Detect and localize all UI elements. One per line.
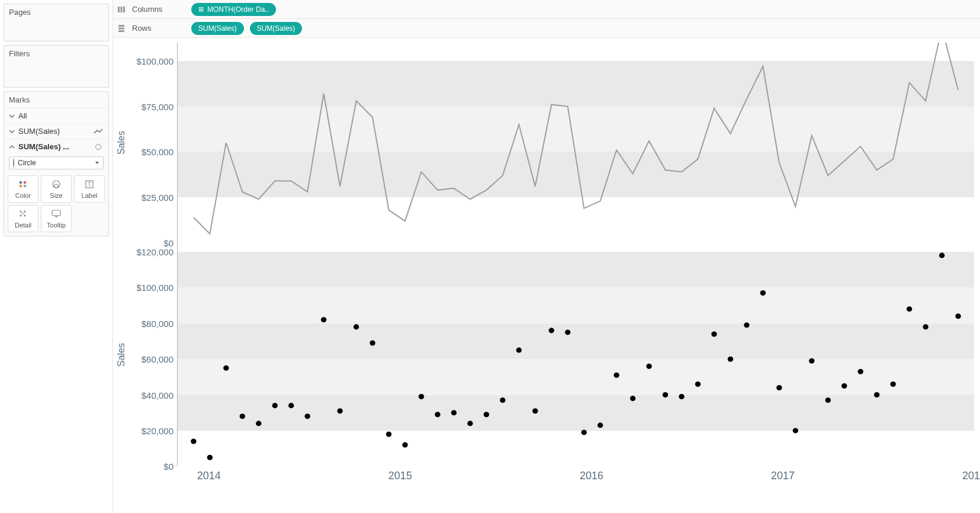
svg-point-29: [354, 324, 359, 329]
y-tick-label: $120,000: [136, 247, 173, 257]
svg-point-60: [858, 369, 863, 374]
dropdown-arrow-icon: [95, 159, 99, 167]
left-sidebar: Pages Filters Marks All SUM(Sales): [0, 0, 113, 513]
svg-point-66: [955, 313, 960, 319]
svg-rect-14: [121, 7, 123, 12]
svg-rect-16: [118, 25, 124, 27]
mark-type-label: Circle: [18, 159, 36, 167]
marks-buttons: Color Size T Label: [4, 172, 108, 236]
pill-text: SUM(Sales): [257, 24, 295, 33]
svg-point-61: [874, 392, 879, 397]
columns-label: Columns: [132, 5, 185, 14]
svg-text:T: T: [88, 181, 91, 188]
columns-pill-month[interactable]: ⊞ MONTH(Order Da..: [191, 3, 276, 16]
rows-icon: [117, 24, 126, 33]
rows-pill-2[interactable]: SUM(Sales): [250, 22, 303, 35]
marks-layer-label: SUM(Sales) ...: [18, 142, 89, 151]
svg-point-50: [695, 381, 701, 387]
pill-text: MONTH(Order Da..: [207, 5, 269, 14]
svg-point-34: [435, 412, 440, 417]
svg-point-32: [402, 442, 407, 447]
svg-point-37: [484, 412, 489, 417]
svg-point-2: [20, 185, 23, 188]
chart-scatter: Sales $0$20,000$40,000$60,000$80,000$100…: [113, 243, 974, 466]
rows-pill-1[interactable]: SUM(Sales): [191, 22, 244, 35]
svg-point-54: [760, 290, 766, 296]
svg-point-0: [20, 181, 23, 184]
detail-label: Detail: [15, 222, 31, 229]
svg-point-59: [841, 383, 847, 389]
x-axis: 20142015201620172018: [113, 466, 974, 508]
pages-shelf[interactable]: Pages: [4, 4, 109, 41]
x-tick-label: 2018: [962, 470, 980, 482]
svg-point-65: [939, 253, 944, 258]
y-axis-title-bottom: Sales: [113, 243, 130, 466]
svg-point-55: [776, 385, 782, 390]
y-tick-label: $100,000: [136, 283, 173, 293]
plus-icon: ⊞: [198, 5, 204, 13]
svg-point-38: [500, 397, 505, 403]
svg-point-62: [891, 381, 896, 387]
size-label: Size: [50, 192, 62, 199]
y-axis-ticks-top: $0$25,000$50,000$75,000$100,000: [130, 43, 177, 243]
svg-point-25: [288, 403, 294, 408]
marks-card: Marks All SUM(Sales) SUM(: [4, 91, 109, 236]
svg-point-56: [793, 428, 798, 433]
mark-type-dropdown[interactable]: Circle: [9, 156, 104, 169]
svg-point-36: [467, 421, 473, 426]
svg-point-41: [549, 328, 554, 333]
filters-shelf[interactable]: Filters: [4, 45, 109, 88]
color-icon: [18, 179, 28, 191]
svg-point-26: [304, 413, 310, 419]
chevron-up-icon: [9, 144, 15, 150]
y-tick-label: $40,000: [142, 390, 173, 400]
filters-title: Filters: [4, 46, 108, 62]
svg-point-33: [419, 394, 424, 399]
marks-layer-1[interactable]: SUM(Sales): [4, 123, 108, 139]
y-tick-label: $20,000: [142, 425, 173, 435]
svg-point-46: [630, 396, 635, 401]
svg-point-48: [663, 392, 668, 397]
color-label: Color: [15, 192, 31, 199]
y-tick-label: $60,000: [142, 354, 173, 364]
svg-point-24: [272, 403, 278, 408]
svg-point-52: [728, 357, 733, 362]
x-tick-label: 2016: [580, 470, 603, 482]
size-icon: [51, 179, 62, 191]
color-button[interactable]: Color: [8, 175, 38, 203]
svg-point-30: [369, 340, 375, 345]
svg-point-49: [679, 394, 684, 399]
svg-point-3: [24, 185, 27, 188]
size-button[interactable]: Size: [41, 175, 72, 203]
rows-shelf[interactable]: Rows SUM(Sales) SUM(Sales): [113, 19, 980, 38]
plot-area-bottom[interactable]: [177, 243, 974, 466]
plot-area-top[interactable]: [177, 43, 974, 243]
columns-shelf[interactable]: Columns ⊞ MONTH(Order Da..: [113, 0, 980, 19]
svg-point-51: [711, 331, 716, 336]
svg-point-63: [907, 306, 912, 312]
svg-point-1: [24, 181, 27, 184]
svg-rect-18: [118, 30, 124, 32]
svg-point-45: [613, 373, 619, 378]
circle-mark-icon: [93, 144, 104, 150]
svg-point-23: [256, 421, 261, 426]
line-mark-icon: [93, 129, 104, 134]
svg-point-20: [207, 455, 213, 460]
x-tick-label: 2017: [771, 470, 795, 482]
label-button[interactable]: T Label: [74, 175, 105, 203]
svg-point-47: [646, 364, 651, 369]
marks-layer-label: SUM(Sales): [18, 127, 89, 136]
x-axis-ticks: 20142015201620172018: [177, 466, 974, 508]
marks-all-row[interactable]: All: [4, 108, 108, 123]
viz-canvas[interactable]: Sales $0$25,000$50,000$75,000$100,000 Sa…: [113, 38, 980, 513]
label-label: Label: [82, 192, 98, 199]
chevron-down-icon: [9, 129, 15, 134]
marks-layer-2[interactable]: SUM(Sales) ...: [4, 139, 108, 154]
rows-label: Rows: [132, 24, 185, 33]
tooltip-button[interactable]: Tooltip: [41, 205, 72, 232]
y-tick-label: $75,000: [142, 101, 173, 111]
label-icon: T: [84, 179, 95, 191]
svg-point-43: [581, 429, 587, 435]
detail-button[interactable]: Detail: [8, 205, 38, 232]
svg-point-21: [223, 365, 229, 371]
